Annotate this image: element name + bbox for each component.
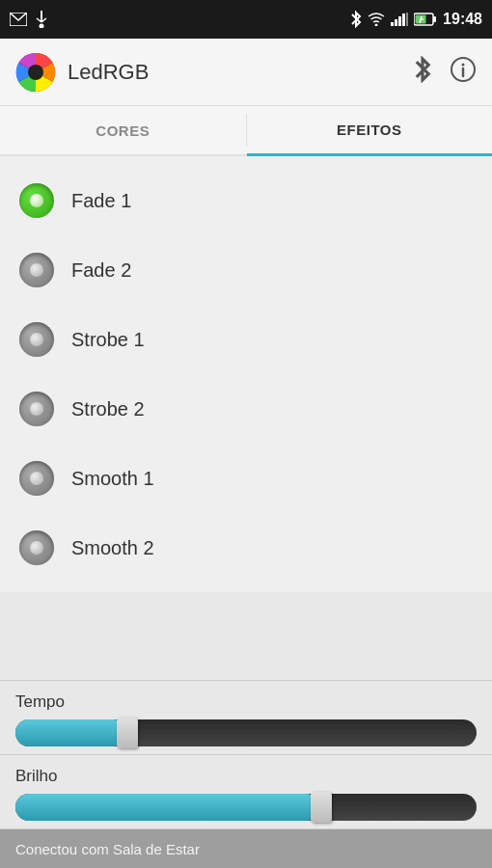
effect-item-fade1[interactable]: Fade 1 xyxy=(0,166,492,235)
effect-label-smooth2: Smooth 2 xyxy=(71,537,154,559)
radio-inner-strobe1 xyxy=(30,333,43,346)
effect-item-strobe2[interactable]: Strobe 2 xyxy=(0,374,492,444)
status-time: 19:48 xyxy=(443,11,482,28)
tempo-slider[interactable] xyxy=(15,719,477,746)
connection-status-bar: Conectou com Sala de Estar xyxy=(0,829,492,868)
svg-rect-6 xyxy=(391,22,394,26)
radio-fade2[interactable] xyxy=(19,253,54,287)
status-icons-left xyxy=(10,11,48,28)
radio-smooth2[interactable] xyxy=(19,530,54,565)
radio-fade1[interactable] xyxy=(19,183,54,218)
app-logo xyxy=(15,52,56,93)
bottom-controls: Tempo Brilho xyxy=(0,680,492,829)
effect-label-fade1: Fade 1 xyxy=(71,190,131,212)
brilho-slider[interactable] xyxy=(15,794,477,821)
radio-inner-smooth1 xyxy=(30,472,43,485)
tempo-fill xyxy=(15,719,126,746)
battery-icon xyxy=(414,13,437,26)
radio-inner-strobe2 xyxy=(30,402,43,416)
svg-rect-7 xyxy=(395,19,397,26)
svg-rect-12 xyxy=(433,16,436,22)
tab-cores[interactable]: CORES xyxy=(0,106,246,154)
effect-label-strobe2: Strobe 2 xyxy=(71,398,145,420)
effect-label-strobe1: Strobe 1 xyxy=(71,329,145,351)
info-icon[interactable] xyxy=(450,56,477,89)
wifi-icon xyxy=(368,13,385,26)
radio-strobe1[interactable] xyxy=(19,322,54,357)
svg-rect-9 xyxy=(402,14,405,26)
effect-label-smooth1: Smooth 1 xyxy=(71,468,154,490)
tab-bar: CORES EFEITOS xyxy=(0,106,492,156)
effect-item-smooth1[interactable]: Smooth 1 xyxy=(0,444,492,513)
app-bar: LedRGB xyxy=(0,39,492,106)
bluetooth-appbar-icon[interactable] xyxy=(411,56,434,89)
app-bar-right xyxy=(411,56,477,89)
tempo-thumb[interactable] xyxy=(117,718,138,748)
radio-strobe2[interactable] xyxy=(19,392,54,426)
svg-point-5 xyxy=(375,24,378,27)
status-bar: 19:48 xyxy=(0,0,492,39)
radio-inner-fade1 xyxy=(30,194,43,207)
svg-point-19 xyxy=(462,63,465,66)
brilho-fill xyxy=(15,794,319,821)
radio-inner-smooth2 xyxy=(30,541,43,555)
tempo-control: Tempo xyxy=(0,681,492,755)
tempo-label: Tempo xyxy=(15,692,477,712)
tab-efeitos[interactable]: EFEITOS xyxy=(247,106,493,156)
svg-point-17 xyxy=(28,65,43,80)
usb-icon xyxy=(35,11,48,28)
effect-item-fade2[interactable]: Fade 2 xyxy=(0,235,492,305)
radio-smooth1[interactable] xyxy=(19,461,54,496)
effects-list: Fade 1 Fade 2 Strobe 1 Strobe 2 Smooth 1… xyxy=(0,156,492,592)
connection-status-text: Conectou com Sala de Estar xyxy=(15,841,200,857)
effect-item-smooth2[interactable]: Smooth 2 xyxy=(0,513,492,583)
effect-item-strobe1[interactable]: Strobe 1 xyxy=(0,305,492,374)
status-icons-right: 19:48 xyxy=(350,11,482,28)
signal-icon xyxy=(391,13,408,26)
svg-point-4 xyxy=(40,24,44,29)
brilho-thumb[interactable] xyxy=(311,792,332,823)
effect-label-fade2: Fade 2 xyxy=(71,259,131,282)
svg-rect-10 xyxy=(406,13,408,26)
color-wheel-icon xyxy=(15,52,56,93)
app-title: LedRGB xyxy=(68,60,149,85)
radio-inner-fade2 xyxy=(30,263,43,277)
email-icon xyxy=(10,13,27,26)
app-bar-left: LedRGB xyxy=(15,52,149,93)
brilho-label: Brilho xyxy=(15,767,477,786)
bluetooth-icon xyxy=(350,11,362,28)
svg-rect-8 xyxy=(398,16,401,26)
brilho-control: Brilho xyxy=(0,755,492,829)
